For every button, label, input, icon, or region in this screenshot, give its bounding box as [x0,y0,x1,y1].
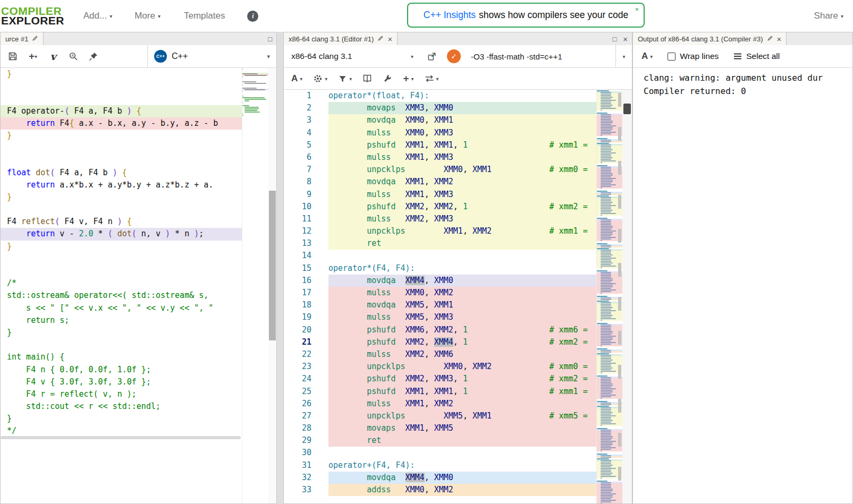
asm-line[interactable]: 28 movaps XMM1, XMM5 [284,422,597,434]
close-tab-icon[interactable]: × [387,35,392,44]
code-line[interactable]: return F4{ a.x - b.x, a.y - b.y, a.z - b [1,117,242,130]
asm-code-lines[interactable]: 1operator*(float, F4):2 movaps XMM3, XMM… [284,90,597,503]
edit-title-icon[interactable] [767,35,773,43]
code-line[interactable]: return a.x*b.x + a.y*b.y + a.z*b.z + a. [1,179,242,191]
code-line[interactable] [1,142,242,154]
settings-button[interactable]: ▾ [313,74,327,83]
code-line[interactable]: } [1,327,242,339]
code-line[interactable]: F4 n { 0.0f, 0.0f, 1.0f }; [1,364,242,376]
asm-line[interactable]: 7 unpcklps XMM0, XMM1 # xmm0 = [284,164,597,176]
code-line[interactable]: } [1,241,242,253]
asm-line[interactable]: 22 mulss XMM2, XMM6 [284,348,597,361]
pin-button[interactable] [83,45,104,67]
save-button[interactable] [3,45,23,67]
code-line[interactable]: s << " [" << v.x << ", " << v.y << ", " [1,302,242,314]
language-select[interactable]: C++ C++ ▾ [147,45,276,67]
code-line[interactable]: F4 r = reflect( v, n ); [1,388,242,400]
asm-line[interactable]: 1operator*(float, F4): [284,90,597,102]
asm-line[interactable]: 16 movdqa XMM4, XMM0 [284,275,597,287]
code-line[interactable] [1,339,242,351]
code-line[interactable]: } [1,68,242,80]
asm-line[interactable]: 33 addss XMM0, XMM2 [284,484,597,496]
wrap-lines-toggle[interactable]: Wrap lines [668,52,719,61]
source-tab[interactable]: urce #1 [1,32,44,45]
output-content[interactable]: clang: warning: argument unused durCompi… [633,68,852,503]
compile-status-badge[interactable]: ✓ [447,49,461,63]
source-minimap[interactable] [242,68,268,503]
code-line[interactable]: /* [1,277,242,289]
source-vertical-scrollbar[interactable] [268,68,276,503]
asm-line[interactable]: 12 unpcklps XMM1, XMM2 # xmm1 = [284,225,597,237]
asm-line[interactable]: 21 pshufd XMM2, XMM4, 1 # xmm2 = [284,336,597,348]
select-all-button[interactable]: Select all [733,52,780,61]
asm-line[interactable]: 23 unpcklps XMM0, XMM2 # xmm0 = [284,361,597,373]
asm-line[interactable]: 17 mulss XMM0, XMM2 [284,287,597,299]
code-line[interactable]: F4 operator-( F4 a, F4 b ) { [1,105,242,117]
scrollbar-handle[interactable] [623,104,631,114]
cpp-insights-link[interactable]: C++ Insights [424,10,476,21]
open-compiler-site-button[interactable] [421,45,442,67]
diff-view-button[interactable]: ▾ [425,75,439,82]
asm-line[interactable]: 11 mulss XMM2, XMM3 [284,213,597,225]
nav-add-menu[interactable]: Add... ▾ [83,11,112,21]
asm-tab[interactable]: x86-64 clang 3.1 (Editor #1) × [284,32,398,45]
asm-line[interactable]: 14 [284,250,597,262]
asm-line[interactable]: 31operator+(F4, F4): [284,459,597,472]
asm-line[interactable]: 9 mulss XMM1, XMM3 [284,189,597,201]
asm-line[interactable]: 8 movdqa XMM1, XMM2 [284,176,597,188]
maximize-icon[interactable]: □ [268,36,272,42]
code-line[interactable] [1,265,242,277]
code-line[interactable]: int main() { [1,351,242,363]
edit-title-icon[interactable] [377,35,384,43]
logo[interactable]: COMPILER EXPLORER [1,6,64,26]
asm-vertical-scrollbar[interactable] [622,90,632,503]
asm-minimap[interactable] [596,90,622,503]
asm-line[interactable]: 15operator*(F4, F4): [284,262,597,275]
filter-button[interactable]: ▾ [338,74,352,83]
maximize-icon[interactable]: □ [612,36,616,42]
asm-line[interactable]: 2 movaps XMM3, XMM0 [284,102,597,114]
asm-line[interactable]: 5 pshufd XMM1, XMM1, 1 # xmm1 = [284,139,597,151]
asm-line[interactable]: 4 mulss XMM0, XMM3 [284,127,597,139]
code-line[interactable] [1,92,242,105]
add-pane-button[interactable]: + ▾ [23,45,43,67]
code-line[interactable]: } [1,191,242,203]
code-line[interactable]: F4 v { 3.0f, 3.0f, 3.0f }; [1,376,242,388]
add-new-button[interactable]: + ▾ [403,73,413,84]
code-line[interactable]: } [1,413,242,425]
code-line[interactable]: std::cout << r << std::endl; [1,400,242,413]
asm-line[interactable]: 27 unpcklps XMM5, XMM1 # xmm5 = [284,410,597,422]
info-icon[interactable]: i [247,11,258,22]
asm-line[interactable]: 30 [284,447,597,459]
alert-close-button[interactable]: × [635,5,639,13]
code-line[interactable]: float dot( F4 a, F4 b ) { [1,167,242,179]
asm-line[interactable]: 25 pshufd XMM1, XMM1, 1 # xmm1 = [284,386,597,398]
wrap-lines-checkbox[interactable] [668,53,675,61]
asm-line[interactable]: 6 mulss XMM1, XMM3 [284,151,597,164]
compiler-select[interactable]: x86-64 clang 3.1 ▾ [284,45,421,67]
asm-line[interactable]: 29 ret [284,434,597,447]
code-line[interactable]: F4 reflect( F4 v, F4 n ) { [1,216,242,228]
scrollbar-handle[interactable] [269,191,276,340]
nav-more-menu[interactable]: More ▾ [134,11,161,21]
asm-line[interactable]: 19 mulss XMM5, XMM3 [284,311,597,323]
vim-toggle-button[interactable]: v [43,45,63,67]
code-line[interactable]: std::ostream& operator<<( std::ostream& … [1,289,242,302]
font-size-button[interactable]: A ▾ [291,73,302,84]
font-size-button[interactable]: A ▾ [641,51,653,62]
source-editor[interactable]: }F4 operator-( F4 a, F4 b ) { return F4{… [1,68,276,503]
code-line[interactable]: return v - 2.0 * ( dot( n, v ) * n ); [1,228,242,240]
code-line[interactable] [1,80,242,92]
code-line[interactable] [1,203,242,216]
code-line[interactable] [1,253,242,265]
asm-line[interactable]: 26 mulss XMM1, XMM2 [284,398,597,410]
options-dropdown-button[interactable]: ▾ [615,45,632,67]
asm-line[interactable]: 3 movdqa XMM0, XMM1 [284,114,597,126]
asm-line[interactable]: 24 pshufd XMM2, XMM3, 1 # xmm2 = [284,373,597,385]
close-panel-icon[interactable]: × [623,35,628,44]
asm-editor[interactable]: 1operator*(float, F4):2 movaps XMM3, XMM… [284,90,632,503]
code-line[interactable]: return s; [1,314,242,327]
asm-line[interactable]: 13 ret [284,237,597,250]
share-button[interactable]: Share ▾ [814,11,843,21]
tools-button[interactable] [383,74,392,83]
